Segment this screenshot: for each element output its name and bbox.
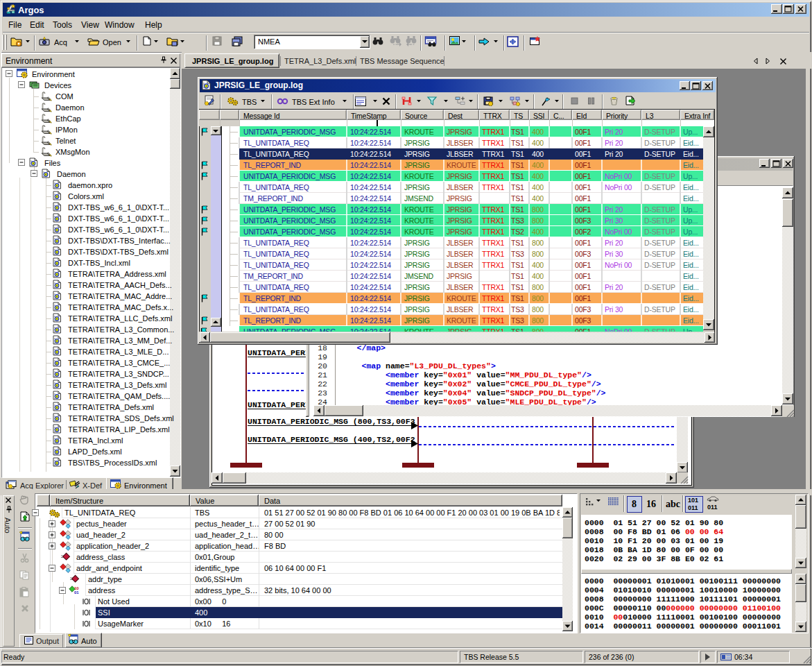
svg-text:01: 01 [74,590,79,595]
